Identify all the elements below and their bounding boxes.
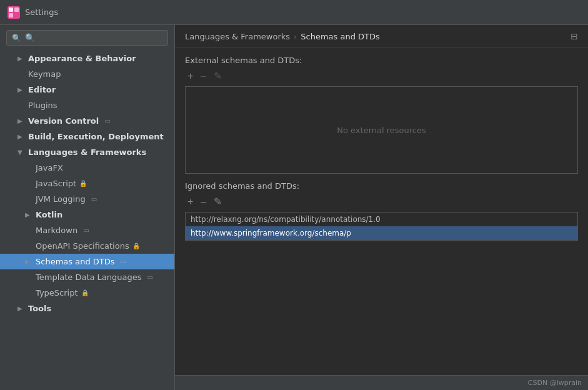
list-item[interactable]: http://www.springframework.org/schema/p bbox=[186, 226, 577, 240]
sidebar-item-label: Tools bbox=[28, 304, 51, 313]
remove-ignored-button[interactable]: – bbox=[198, 196, 209, 208]
edit-ignored-button[interactable]: ✎ bbox=[211, 196, 224, 208]
sidebar-item-label: Build, Execution, Deployment bbox=[28, 132, 164, 141]
sidebar-item-template-data[interactable]: Template Data Languages ▭ bbox=[0, 269, 174, 285]
sidebar-item-label: TypeScript bbox=[36, 288, 78, 298]
sidebar-item-openapi[interactable]: OpenAPI Specifications 🔒 bbox=[0, 238, 174, 254]
lock-icon: 🔒 bbox=[79, 180, 87, 187]
sidebar-item-plugins[interactable]: Plugins bbox=[0, 98, 174, 113]
svg-rect-1 bbox=[9, 8, 13, 12]
remove-external-button[interactable]: – bbox=[198, 70, 209, 82]
sidebar-item-typescript[interactable]: TypeScript 🔒 bbox=[0, 285, 174, 301]
add-ignored-button[interactable]: + bbox=[185, 196, 196, 208]
close-tab-button[interactable]: ⊟ bbox=[571, 31, 578, 41]
chevron-right-icon: ▶ bbox=[17, 133, 25, 140]
sidebar-item-label: JavaScript bbox=[36, 179, 76, 188]
chevron-down-icon: ▼ bbox=[17, 149, 25, 156]
sidebar-item-javafx[interactable]: JavaFX bbox=[0, 160, 174, 176]
rect-badge-icon: ▭ bbox=[83, 227, 89, 234]
svg-rect-4 bbox=[14, 13, 19, 18]
breadcrumb-parent: Languages & Frameworks bbox=[185, 32, 290, 41]
edit-external-button[interactable]: ✎ bbox=[211, 70, 224, 82]
window-title: Settings bbox=[25, 8, 58, 17]
sidebar-item-keymap[interactable]: Keymap bbox=[0, 66, 174, 82]
svg-rect-2 bbox=[14, 8, 19, 12]
sidebar-item-languages[interactable]: ▼ Languages & Frameworks bbox=[0, 144, 174, 160]
sidebar-item-label: Appearance & Behavior bbox=[28, 54, 136, 63]
app-logo bbox=[7, 6, 20, 19]
list-item[interactable]: http://relaxng.org/ns/compatibility/anno… bbox=[186, 212, 577, 226]
breadcrumb-separator: › bbox=[294, 32, 297, 41]
sidebar-item-kotlin[interactable]: ▶ Kotlin bbox=[0, 207, 174, 222]
sidebar-item-label: OpenAPI Specifications bbox=[36, 241, 129, 251]
external-schemas-list: No external resources bbox=[185, 86, 578, 174]
sidebar-item-label: JVM Logging bbox=[36, 194, 86, 204]
content-area: Languages & Frameworks › Schemas and DTD… bbox=[175, 25, 588, 390]
ignored-schemas-title: Ignored schemas and DTDs: bbox=[185, 181, 578, 191]
sidebar-item-tools[interactable]: ▶ Tools bbox=[0, 301, 174, 316]
chevron-right-icon: ▶ bbox=[17, 55, 25, 62]
sidebar-item-jvm-logging[interactable]: JVM Logging ▭ bbox=[0, 191, 174, 207]
rect-badge-icon: ▭ bbox=[147, 274, 153, 281]
main-layout: 🔍 ▶ Appearance & Behavior Keymap ▶ Edito… bbox=[0, 25, 588, 390]
sidebar-item-label: JavaFX bbox=[36, 163, 63, 172]
add-external-button[interactable]: + bbox=[185, 70, 196, 82]
rect-badge-icon: ▭ bbox=[121, 258, 126, 265]
breadcrumb-current: Schemas and DTDs bbox=[301, 32, 380, 41]
sidebar-item-appearance[interactable]: ▶ Appearance & Behavior bbox=[0, 51, 174, 66]
search-icon: 🔍 bbox=[12, 34, 21, 42]
sidebar-item-javascript[interactable]: JavaScript 🔒 bbox=[0, 176, 174, 191]
search-container[interactable]: 🔍 bbox=[6, 30, 168, 46]
footer: CSDN @lwprain bbox=[175, 375, 588, 390]
title-bar: Settings bbox=[0, 0, 588, 25]
sidebar-item-label: Version Control bbox=[28, 116, 99, 126]
external-schemas-toolbar: + – ✎ bbox=[185, 70, 578, 82]
sidebar-item-label: Languages & Frameworks bbox=[28, 148, 146, 157]
sidebar-item-label: Editor bbox=[28, 85, 56, 94]
sidebar-item-label: Schemas and DTDs bbox=[36, 257, 115, 266]
sidebar: 🔍 ▶ Appearance & Behavior Keymap ▶ Edito… bbox=[0, 25, 175, 390]
footer-text: CSDN @lwprain bbox=[528, 379, 582, 387]
chevron-right-icon: ▶ bbox=[25, 211, 32, 218]
sidebar-item-label: Keymap bbox=[28, 69, 61, 79]
chevron-right-icon: ▶ bbox=[17, 86, 25, 93]
chevron-right-icon: ▶ bbox=[17, 118, 25, 124]
ignored-schemas-section: Ignored schemas and DTDs: + – ✎ http://r… bbox=[175, 174, 588, 375]
lock-icon: 🔒 bbox=[132, 242, 140, 249]
empty-text: No external resources bbox=[337, 126, 426, 135]
sidebar-item-build[interactable]: ▶ Build, Execution, Deployment bbox=[0, 129, 174, 144]
sidebar-item-version-control[interactable]: ▶ Version Control ▭ bbox=[0, 113, 174, 129]
ignored-schemas-toolbar: + – ✎ bbox=[185, 196, 578, 208]
sidebar-item-markdown[interactable]: Markdown ▭ bbox=[0, 222, 174, 238]
external-schemas-section: External schemas and DTDs: + – ✎ No exte… bbox=[175, 48, 588, 174]
rect-badge-icon: ▭ bbox=[91, 196, 97, 202]
search-input[interactable] bbox=[25, 33, 162, 42]
external-schemas-title: External schemas and DTDs: bbox=[185, 56, 578, 65]
lock-icon: 🔒 bbox=[81, 289, 89, 296]
ignored-schemas-list: http://relaxng.org/ns/compatibility/anno… bbox=[185, 212, 578, 241]
sidebar-item-editor[interactable]: ▶ Editor bbox=[0, 82, 174, 98]
content-body: External schemas and DTDs: + – ✎ No exte… bbox=[175, 48, 588, 375]
breadcrumb: Languages & Frameworks › Schemas and DTD… bbox=[175, 25, 588, 48]
chevron-right-icon: ▶ bbox=[17, 305, 25, 312]
rect-badge-icon: ▭ bbox=[104, 118, 110, 124]
sidebar-item-label: Template Data Languages bbox=[36, 272, 142, 282]
sidebar-item-label: Plugins bbox=[28, 101, 57, 110]
svg-rect-3 bbox=[9, 13, 13, 18]
sidebar-item-schemas-dtds[interactable]: ▶ Schemas and DTDs ▭ bbox=[0, 254, 174, 269]
sidebar-item-label: Markdown bbox=[36, 226, 77, 235]
chevron-right-icon: ▶ bbox=[25, 258, 32, 265]
sidebar-item-label: Kotlin bbox=[36, 210, 62, 219]
